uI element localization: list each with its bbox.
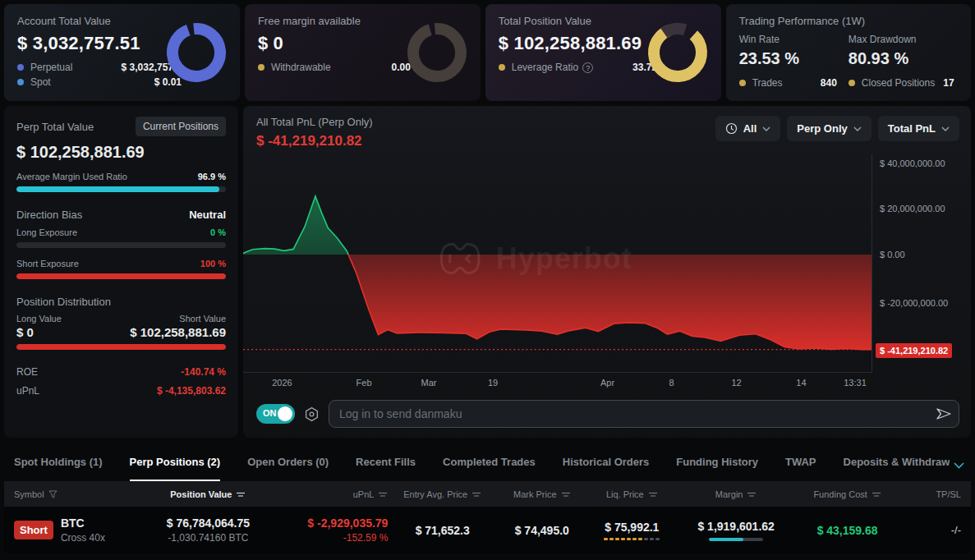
- margin-ratio-value: 96.9 %: [198, 172, 226, 181]
- danmaku-input[interactable]: [329, 400, 959, 428]
- trades-dot-icon: [739, 80, 746, 86]
- send-danmaku-button[interactable]: [936, 407, 952, 424]
- pnl-chart-panel: All Total PnL (Perp Only) $ -41,219,210.…: [243, 106, 971, 438]
- free-margin-card: Free margin available $ 0 Withdrawable 0…: [245, 4, 481, 101]
- x-tick: Mar: [421, 378, 436, 388]
- col-upnl[interactable]: uPnL: [288, 489, 388, 499]
- y-tick: $ -20,000,000.00: [880, 298, 948, 308]
- danmaku-settings-icon[interactable]: [304, 406, 320, 422]
- chevron-down-icon: [853, 126, 862, 131]
- trades-label: Trades: [752, 77, 783, 89]
- x-tick: 12: [731, 378, 741, 388]
- leverage-donut-chart: [646, 21, 710, 85]
- trades-stat: Trades 840: [739, 77, 849, 89]
- legend-row-withdrawable: Withdrawable 0.00 %: [258, 62, 422, 73]
- x-tick: 2026: [272, 378, 292, 388]
- entry-avg-price: $ 71,652.3: [388, 524, 497, 537]
- tab-perp-positions[interactable]: Perp Positions (2): [130, 443, 221, 481]
- tab-deposits-withdrawals[interactable]: Deposits & Withdraw: [844, 443, 950, 481]
- help-icon[interactable]: ?: [582, 62, 593, 73]
- toggle-on-label: ON: [263, 408, 277, 418]
- total-position-card: Total Position Value $ 102,258,881.69 Le…: [485, 4, 721, 101]
- tab-completed-trades[interactable]: Completed Trades: [443, 443, 536, 481]
- short-value: $ 102,258,881.69: [130, 325, 226, 339]
- account-total-card: Account Total Value $ 3,032,757.51 Perpe…: [4, 4, 240, 101]
- col-tpsl: TP/SL: [899, 489, 961, 499]
- upnl-value: $ -4,135,803.62: [157, 385, 226, 397]
- perpetual-dot-icon: [17, 64, 24, 71]
- y-tick: $ 40,000,000.00: [880, 158, 945, 168]
- legend-row-leverage: Leverage Ratio ? 33.72x: [499, 62, 663, 73]
- more-tabs-button[interactable]: [954, 457, 964, 472]
- max-drawdown-label: Max Drawdown: [849, 34, 958, 45]
- legend-row-spot: Spot $ 0.01: [17, 76, 182, 88]
- direction-bias-label: Direction Bias: [16, 209, 82, 221]
- perp-total-title: Perp Total Value: [16, 121, 94, 133]
- distribution-bar: [16, 344, 226, 350]
- x-tick: 14: [796, 378, 806, 388]
- tab-historical-orders[interactable]: Historical Orders: [563, 443, 650, 481]
- liq-risk-meter: [587, 538, 678, 540]
- position-distribution-label: Position Distribution: [16, 296, 226, 308]
- tab-spot-holdings[interactable]: Spot Holdings (1): [14, 443, 103, 481]
- leverage-dot-icon: [499, 64, 505, 71]
- sort-icon: [561, 491, 571, 498]
- perp-total-value: $ 102,258,881.69: [16, 143, 226, 162]
- metric-dropdown[interactable]: Total PnL: [878, 116, 959, 141]
- current-pnl-badge: $ -41,219,210.82: [876, 343, 952, 358]
- short-value-label: Short Value: [179, 314, 226, 324]
- account-type-dropdown[interactable]: Perp Only: [787, 116, 871, 141]
- y-tick: $ 0.00: [880, 250, 905, 259]
- col-liq-price[interactable]: Liq. Price: [587, 489, 678, 499]
- y-tick: $ 20,000,000.00: [880, 204, 945, 213]
- chart-total-pnl-value: $ -41,219,210.82: [256, 133, 373, 149]
- chevron-down-icon: [941, 126, 950, 131]
- win-rate-block: Win Rate 23.53 %: [739, 34, 849, 68]
- funding-cost: $ 43,159.68: [795, 524, 899, 537]
- col-margin[interactable]: Margin: [677, 489, 795, 499]
- symbol-name: BTC: [61, 516, 105, 530]
- chevron-down-icon: [954, 462, 964, 469]
- closed-positions-stat: Closed Positions 17: [849, 77, 954, 89]
- danmaku-toggle[interactable]: ON: [256, 404, 295, 424]
- margin-ratio-label: Average Margin Used Ratio: [16, 172, 127, 181]
- tab-funding-history[interactable]: Funding History: [676, 443, 758, 481]
- clock-icon: [725, 122, 738, 135]
- long-exposure-label: Long Exposure: [16, 227, 77, 237]
- col-symbol[interactable]: Symbol: [14, 489, 127, 499]
- danmaku-bar: ON: [243, 393, 971, 438]
- time-range-dropdown[interactable]: All: [715, 116, 781, 141]
- x-tick: 8: [669, 378, 674, 388]
- sort-icon: [378, 491, 388, 498]
- short-exposure-bar: [16, 273, 226, 279]
- col-mark-price[interactable]: Mark Price: [497, 489, 587, 499]
- col-position-value[interactable]: Position Value: [127, 489, 288, 499]
- closed-value: 17: [943, 77, 954, 89]
- col-funding-cost[interactable]: Funding Cost: [795, 489, 899, 499]
- legend-row-perpetual: Perpetual $ 3,032,757.5: [17, 62, 182, 73]
- sort-icon: [471, 491, 481, 498]
- margin-ratio-bar: [16, 186, 226, 192]
- pnl-chart-plot[interactable]: Hyperbot: [243, 154, 872, 373]
- metric-value: Total PnL: [888, 122, 936, 135]
- sort-icon: [648, 491, 658, 498]
- position-row-btc[interactable]: Short BTC Cross 40x $ 76,784,064.75 -1,0…: [4, 507, 971, 553]
- perp-summary-panel: Perp Total Value Current Positions $ 102…: [4, 106, 238, 438]
- tpsl-value: -/-: [899, 524, 961, 536]
- filter-icon: [48, 490, 57, 498]
- time-range-value: All: [743, 122, 757, 135]
- x-tick: Feb: [356, 378, 372, 388]
- chevron-down-icon: [762, 126, 770, 131]
- tab-twap[interactable]: TWAP: [785, 443, 816, 481]
- withdrawable-dot-icon: [258, 64, 264, 71]
- tab-open-orders[interactable]: Open Orders (0): [247, 443, 329, 481]
- tab-recent-fills[interactable]: Recent Fills: [356, 443, 416, 481]
- x-axis: 2026 Feb Mar 19 Apr 8 12 14 13:31: [243, 373, 872, 393]
- pnl-area-chart: [243, 154, 872, 372]
- positions-tab-bar: Spot Holdings (1) Perp Positions (2) Ope…: [4, 443, 971, 481]
- current-positions-button[interactable]: Current Positions: [136, 117, 226, 136]
- x-tick: 13:31: [844, 378, 867, 388]
- col-entry-price[interactable]: Entry Avg. Price: [388, 489, 497, 499]
- win-rate-value: 23.53 %: [739, 49, 849, 68]
- long-exposure-value: 0 %: [210, 227, 226, 237]
